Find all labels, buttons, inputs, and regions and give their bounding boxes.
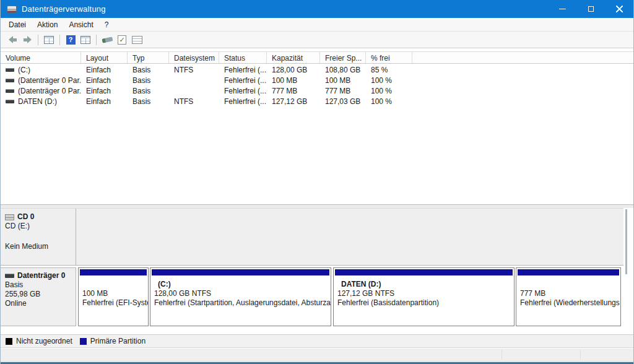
freier-sp-cell: 108,80 GB <box>320 66 366 74</box>
cd-media-area[interactable] <box>76 209 623 265</box>
typ-cell: Basis <box>128 87 169 95</box>
volume-name-cell: (Datenträger 0 Par... <box>1 87 81 95</box>
status-cell: Fehlerfrei (... <box>219 66 267 74</box>
check-disk-button[interactable]: ✓ <box>115 33 129 46</box>
list-view-button[interactable] <box>42 33 56 46</box>
prozent-frei-cell: 100 % <box>366 76 412 85</box>
menu-ansicht[interactable]: Ansicht <box>63 19 98 30</box>
prozent-frei-cell: 85 % <box>366 66 412 74</box>
status-cell: Fehlerfrei (... <box>219 87 267 95</box>
disk-tool-button[interactable] <box>100 33 114 46</box>
help-button[interactable]: ? <box>64 33 77 46</box>
disk0-header[interactable]: Datenträger 0 Basis 255,98 GB Online <box>1 267 76 326</box>
toolbar-separator <box>59 35 60 45</box>
layout-cell: Einfach <box>81 87 128 95</box>
volume-row-c[interactable]: (C:) Einfach Basis NTFS Fehlerfrei (... … <box>1 64 633 75</box>
minimize-button[interactable] <box>548 0 576 18</box>
disk0-capacity: 255,98 GB <box>5 290 76 299</box>
disk-tool-icon <box>102 37 113 43</box>
primary-partition-bar <box>335 269 513 275</box>
partition-recovery[interactable]: 777 MB Fehlerfrei (Wiederherstellungs <box>516 267 621 326</box>
partition-status: Fehlerfrei (Basisdatenpartition) <box>334 298 514 308</box>
column-header-prozent-frei[interactable]: % frei <box>366 52 412 63</box>
legend-label: Nicht zugeordnet <box>16 337 72 345</box>
list-view-icon <box>44 36 54 44</box>
disk0-type: Basis <box>5 280 76 290</box>
maximize-icon <box>588 6 594 12</box>
freier-sp-cell: 127,03 GB <box>320 97 366 106</box>
menu-help[interactable]: ? <box>99 19 115 30</box>
scrollbar-thumb[interactable] <box>625 209 627 274</box>
volume-list-pane: Volume Layout Typ Dateisystem Status Kap… <box>1 49 633 206</box>
close-icon <box>616 6 623 12</box>
disk0-title: Datenträger 0 <box>5 271 76 280</box>
freier-sp-cell: 100 MB <box>320 76 366 85</box>
column-header-kapazitaet[interactable]: Kapazität <box>267 52 320 63</box>
partition-size: 127,12 GB NTFS <box>334 289 514 298</box>
disk-icon <box>5 274 14 278</box>
volume-list-header: Volume Layout Typ Dateisystem Status Kap… <box>1 51 633 64</box>
partition-name: (C:) <box>150 280 331 289</box>
legend-bar: Nicht zugeordnet Primäre Partition <box>1 334 633 348</box>
cd-drive-label: CD (E:) <box>5 222 76 231</box>
column-header-volume[interactable]: Volume <box>1 52 81 63</box>
properties-icon <box>132 36 142 44</box>
partition-c[interactable]: (C:) 128,00 GB NTFS Fehlerfrei (Startpar… <box>150 267 331 326</box>
partition-efi[interactable]: 100 MB Fehlerfrei (EFI-Syste <box>78 267 149 326</box>
kapazitaet-cell: 127,12 GB <box>267 97 320 106</box>
cd-drive-icon <box>5 214 14 220</box>
graphical-view-button[interactable] <box>79 33 92 46</box>
column-header-typ[interactable]: Typ <box>128 52 169 63</box>
back-arrow-icon <box>9 36 17 43</box>
maximize-button[interactable] <box>576 0 605 18</box>
menu-aktion[interactable]: Aktion <box>32 19 63 30</box>
typ-cell: Basis <box>128 76 169 85</box>
window-title: Datenträgerverwaltung <box>22 4 106 14</box>
toolbar-separator <box>96 35 97 45</box>
back-button[interactable] <box>6 33 19 46</box>
volume-row-daten[interactable]: DATEN (D:) Einfach Basis NTFS Fehlerfrei… <box>1 96 633 106</box>
graphical-view-icon <box>80 36 90 44</box>
properties-button[interactable] <box>130 33 144 46</box>
cd-drive-header[interactable]: CD 0 CD (E:) Kein Medium <box>1 209 76 265</box>
primary-partition-bar <box>80 269 147 275</box>
disk-management-window: Datenträgerverwaltung Datei Aktion Ansic… <box>0 0 634 364</box>
partition-status: Fehlerfrei (Wiederherstellungs <box>516 298 620 308</box>
volume-name-cell: (C:) <box>1 66 81 74</box>
drive-icon <box>6 89 14 93</box>
column-header-status[interactable]: Status <box>219 52 267 63</box>
cd-drive-title: CD 0 <box>5 212 76 222</box>
close-button[interactable] <box>605 0 633 18</box>
unallocated-swatch-icon <box>6 338 12 345</box>
typ-cell: Basis <box>128 97 169 106</box>
partition-status: Fehlerfrei (EFI-Syste <box>79 298 148 308</box>
dateisystem-cell: NTFS <box>169 97 219 106</box>
menu-datei[interactable]: Datei <box>3 19 32 30</box>
partition-size: 777 MB <box>516 289 620 298</box>
partition-size: 100 MB <box>79 289 148 298</box>
column-header-dateisystem[interactable]: Dateisystem <box>169 52 219 63</box>
partition-status: Fehlerfrei (Startpartition, Auslagerungs… <box>150 298 331 308</box>
toolbar: ? ✓ <box>1 32 633 48</box>
kapazitaet-cell: 777 MB <box>267 87 320 95</box>
column-header-layout[interactable]: Layout <box>81 52 128 63</box>
partition-daten[interactable]: DATEN (D:) 127,12 GB NTFS Fehlerfrei (Ba… <box>333 267 515 326</box>
partition-name <box>516 280 620 289</box>
volume-row-efi[interactable]: (Datenträger 0 Par... Einfach Basis Fehl… <box>1 75 633 85</box>
legend-item-primary: Primäre Partition <box>80 337 145 345</box>
minimize-icon <box>559 9 566 9</box>
drive-icon <box>6 68 14 72</box>
menubar: Datei Aktion Ansicht ? <box>1 18 633 31</box>
forward-button[interactable] <box>20 33 34 46</box>
partition-name <box>79 280 148 289</box>
column-header-freier-sp[interactable]: Freier Sp... <box>320 52 366 63</box>
titlebar: Datenträgerverwaltung <box>1 0 633 18</box>
partition-size: 128,00 GB NTFS <box>150 289 331 298</box>
partition-name: DATEN (D:) <box>334 280 514 289</box>
vertical-scrollbar[interactable] <box>623 208 631 327</box>
app-icon <box>7 6 17 13</box>
drive-icon <box>6 100 14 103</box>
volume-row-recovery[interactable]: (Datenträger 0 Par... Einfach Basis Fehl… <box>1 85 633 96</box>
window-bottom-border <box>1 361 633 364</box>
volume-name-cell: (Datenträger 0 Par... <box>1 76 81 85</box>
